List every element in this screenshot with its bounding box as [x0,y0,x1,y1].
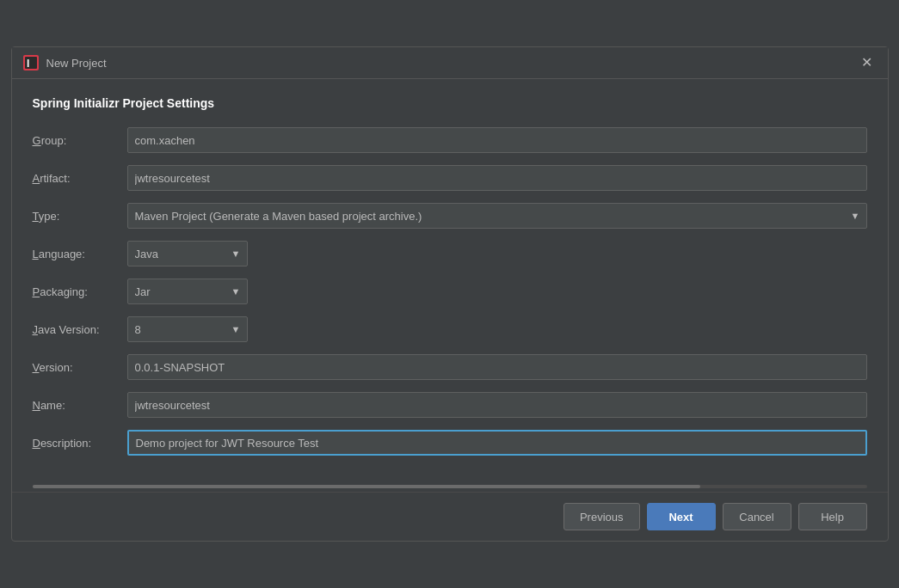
dialog-titlebar: I New Project ✕ [12,47,888,79]
app-icon: I [22,54,40,71]
group-row: Group: [33,127,867,153]
dialog-content: Spring Initializr Project Settings Group… [12,79,888,485]
dialog-title: New Project [46,57,107,70]
artifact-label: Artifact: [33,172,127,185]
scrollbar-thumb [33,485,700,488]
titlebar-left: I New Project [22,54,107,71]
group-input[interactable] [127,127,867,153]
packaging-select-wrapper: Jar War ▼ [127,279,248,304]
version-row: Version: [33,354,867,380]
language-label: Language: [33,248,127,260]
java-version-select[interactable]: 8 11 17 21 [127,316,248,342]
cancel-button[interactable]: Cancel [723,503,791,530]
close-button[interactable]: ✕ [856,54,877,71]
name-row: Name: [33,392,867,418]
type-label: Type: [33,210,127,223]
description-input[interactable] [127,430,867,456]
description-row: Description: [33,430,867,456]
language-row: Language: Java Kotlin Groovy ▼ [33,241,867,266]
description-label: Description: [33,437,127,450]
java-version-label: Java Version: [33,323,127,336]
type-select[interactable]: Maven Project (Generate a Maven based pr… [127,203,867,229]
language-select-wrapper: Java Kotlin Groovy ▼ [127,241,248,266]
dialog-footer: Previous Next Cancel Help [12,492,888,541]
name-input[interactable] [127,392,867,418]
type-row: Type: Maven Project (Generate a Maven ba… [33,203,867,229]
java-version-select-wrapper: 8 11 17 21 ▼ [127,316,248,342]
group-label: Group: [33,134,127,147]
scrollbar-track [33,485,867,488]
java-version-row: Java Version: 8 11 17 21 ▼ [33,316,867,342]
language-select[interactable]: Java Kotlin Groovy [127,241,248,266]
type-select-wrapper: Maven Project (Generate a Maven based pr… [127,203,867,229]
help-button[interactable]: Help [798,503,867,530]
name-label: Name: [33,399,127,412]
packaging-row: Packaging: Jar War ▼ [33,279,867,304]
artifact-row: Artifact: [33,165,867,191]
packaging-select[interactable]: Jar War [127,279,248,304]
packaging-label: Packaging: [33,285,127,298]
section-title: Spring Initializr Project Settings [33,96,867,110]
next-button[interactable]: Next [647,503,716,530]
previous-button[interactable]: Previous [563,503,640,530]
version-label: Version: [33,361,127,374]
svg-text:I: I [27,58,29,70]
artifact-input[interactable] [127,165,867,191]
version-input[interactable] [127,354,867,380]
new-project-dialog: I New Project ✕ Spring Initializr Projec… [11,46,889,542]
